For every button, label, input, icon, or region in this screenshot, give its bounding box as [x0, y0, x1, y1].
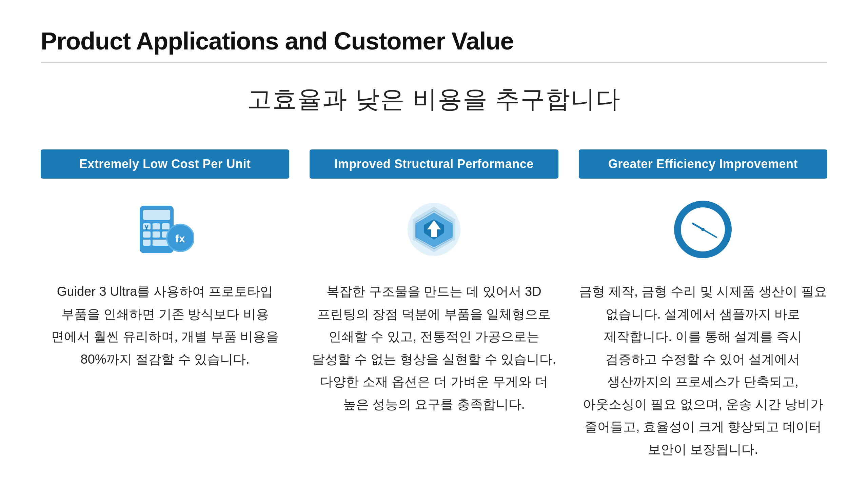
col-text-structural: 복잡한 구조물을 만드는 데 있어서 3D 프린팅의 장점 덕분에 부품을 일체… [310, 280, 558, 415]
structural-icon-area [403, 199, 465, 260]
svg-rect-1 [143, 210, 170, 220]
svg-rect-8 [143, 240, 151, 246]
badge-structural: Improved Structural Performance [310, 149, 558, 179]
columns-container: Extremely Low Cost Per Unit [41, 149, 827, 461]
svg-text:¥: ¥ [144, 223, 149, 232]
col-text-efficiency: 금형 제작, 금형 수리 및 시제품 생산이 필요 없습니다. 설계에서 샘플까… [579, 280, 827, 461]
clock-face [681, 207, 725, 251]
svg-rect-20 [431, 229, 437, 237]
svg-text:fx: fx [175, 232, 185, 245]
calculator-icon: fx ¥ [136, 202, 194, 257]
badge-cost: Extremely Low Cost Per Unit [41, 149, 289, 179]
col-text-cost: Guider 3 Ultra를 사용하여 프로토타입 부품을 인쇄하면 기존 방… [41, 280, 289, 370]
svg-rect-4 [162, 223, 170, 229]
title-divider [41, 62, 827, 63]
subtitle: 고효율과 낮은 비용을 추구합니다 [41, 83, 827, 116]
clock-minute-hand [703, 229, 717, 238]
calculator-icon-area: fx ¥ [135, 199, 196, 260]
svg-rect-6 [153, 231, 160, 238]
svg-rect-3 [153, 223, 160, 229]
column-cost: Extremely Low Cost Per Unit [41, 149, 289, 370]
structural-icon [405, 201, 463, 258]
badge-efficiency: Greater Efficiency Improvement [579, 149, 827, 179]
svg-rect-5 [143, 231, 151, 238]
column-structural: Improved Structural Performance [310, 149, 558, 415]
clock-icon-area [672, 199, 733, 260]
page-title: Product Applications and Customer Value [41, 27, 827, 55]
column-efficiency: Greater Efficiency Improvement 금형 제작, 금형… [579, 149, 827, 461]
page-container: Product Applications and Customer Value … [0, 0, 868, 488]
clock-center-dot [701, 228, 705, 231]
clock-icon [674, 201, 732, 258]
